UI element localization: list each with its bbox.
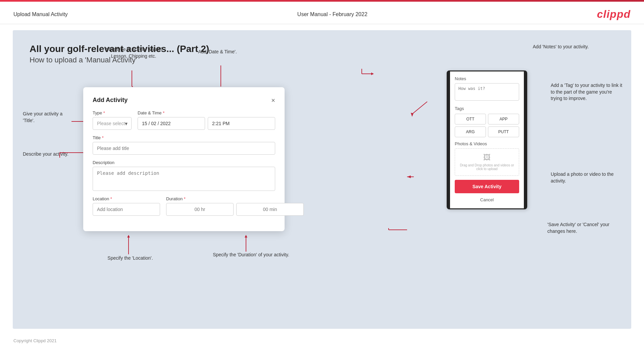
- phone-notes-input[interactable]: [455, 83, 519, 101]
- title-input[interactable]: [93, 142, 275, 155]
- datetime-label: Date & Time *: [138, 110, 275, 115]
- type-select[interactable]: Please select: [93, 117, 132, 130]
- duration-min-input[interactable]: [236, 203, 304, 216]
- type-label: Type *: [93, 110, 132, 115]
- svg-marker-16: [411, 113, 413, 117]
- tag-btn-app[interactable]: APP: [488, 114, 519, 124]
- annotation-photo: Upload a photo or video to the activity.: [551, 171, 625, 184]
- main-area: All your golf-relevant activities... (Pa…: [13, 30, 631, 329]
- photo-upload-area[interactable]: 🖼 Drag and Drop photos and videos or cli…: [455, 148, 519, 176]
- time-input[interactable]: [208, 117, 275, 130]
- location-label: Location *: [93, 196, 160, 201]
- annotation-title: Give your activity a 'Title'.: [23, 111, 73, 124]
- svg-marker-11: [245, 235, 247, 238]
- location-group: Location *: [93, 196, 160, 216]
- title-label: Title *: [93, 135, 275, 140]
- type-select-wrapper: Please select: [93, 117, 132, 130]
- photo-upload-text: Drag and Drop photos and videos or click…: [458, 163, 516, 171]
- annotation-date-time: Add 'Date & Time'.: [191, 49, 244, 55]
- phone-photos-label: Photos & Videos: [455, 141, 519, 146]
- location-input[interactable]: [93, 203, 160, 216]
- right-panel: Notes Tags OTT APP ARG PUTT Photos & Vid…: [430, 70, 537, 231]
- title-group: Title *: [93, 135, 275, 155]
- description-group: Description: [93, 160, 275, 191]
- location-duration-row: Location * Duration *: [93, 196, 275, 216]
- annotation-tag: Add a 'Tag' to your activity to link it …: [551, 82, 625, 102]
- top-bar: Upload Manual Activity User Manual - Feb…: [0, 0, 644, 24]
- phone-tags-grid: OTT APP ARG PUTT: [455, 114, 519, 137]
- svg-marker-14: [371, 72, 374, 75]
- close-button[interactable]: ×: [271, 97, 275, 104]
- top-red-bar: [0, 0, 644, 2]
- date-input[interactable]: [138, 117, 205, 130]
- save-activity-button[interactable]: Save Activity: [455, 180, 519, 193]
- type-datetime-row: Type * Please select Date & Time *: [93, 110, 275, 130]
- photo-icon: 🖼: [458, 153, 516, 162]
- phone-tags-label: Tags: [455, 106, 519, 111]
- duration-hr-input[interactable]: [166, 203, 234, 216]
- cancel-button[interactable]: Cancel: [455, 196, 519, 204]
- svg-marker-18: [407, 175, 411, 178]
- datetime-group: Date & Time *: [138, 110, 275, 130]
- footer: Copyright Clippd 2021: [0, 335, 644, 347]
- tag-btn-putt[interactable]: PUTT: [488, 126, 519, 137]
- duration-label: Duration *: [166, 196, 304, 201]
- page-title-left: Upload Manual Activity: [13, 11, 68, 17]
- copyright-text: Copyright Clippd 2021: [13, 338, 57, 343]
- tag-btn-arg[interactable]: ARG: [455, 126, 486, 137]
- modal-title: Add Activity: [93, 97, 128, 104]
- duration-group: Duration *: [166, 196, 304, 216]
- svg-line-15: [412, 102, 427, 114]
- add-activity-modal: Add Activity × Type * Please select Date…: [83, 87, 285, 231]
- annotation-duration: Specify the 'Duration' of your activity.: [211, 252, 291, 258]
- logo: clippd: [597, 8, 631, 20]
- date-time-inputs: [138, 117, 275, 130]
- annotation-notes: Add 'Notes' to your activity.: [524, 44, 598, 50]
- phone-notes-label: Notes: [455, 76, 519, 81]
- svg-marker-9: [127, 235, 130, 238]
- tag-btn-ott[interactable]: OTT: [455, 114, 486, 124]
- annotation-location: Specify the 'Location'.: [97, 255, 164, 262]
- phone-screen: Notes Tags OTT APP ARG PUTT Photos & Vid…: [447, 70, 527, 209]
- duration-inputs: [166, 203, 304, 216]
- annotation-describe: Describe your activity.: [23, 151, 73, 158]
- modal-header: Add Activity ×: [93, 97, 275, 104]
- annotation-activity-type: What type of activity was it? Lesson, Ch…: [97, 46, 170, 59]
- description-input[interactable]: [93, 167, 275, 191]
- annotation-save: 'Save Activity' or 'Cancel' your changes…: [547, 221, 621, 235]
- type-group: Type * Please select: [93, 110, 132, 130]
- description-label: Description: [93, 160, 275, 165]
- page-title-center: User Manual - February 2022: [297, 11, 367, 17]
